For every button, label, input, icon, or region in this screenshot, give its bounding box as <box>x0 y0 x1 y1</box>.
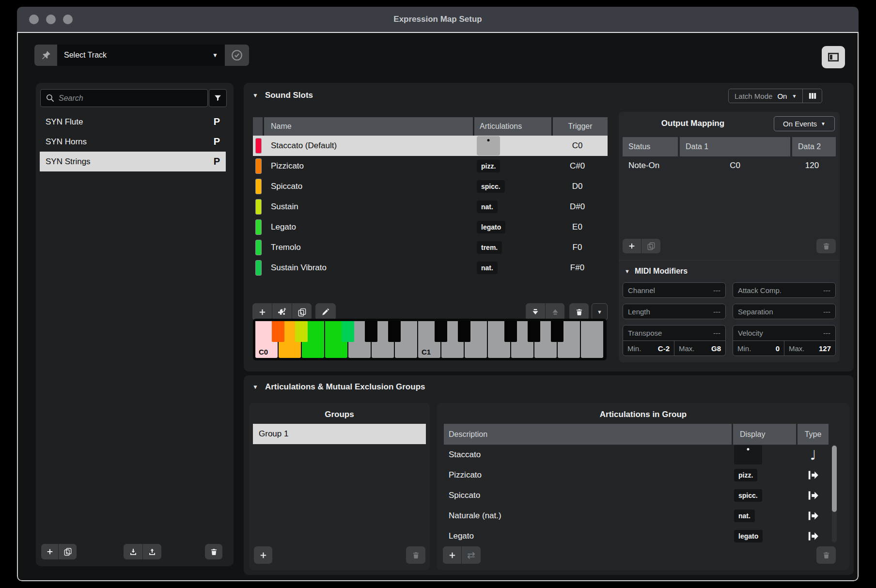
status-column-header: Status <box>623 137 678 156</box>
display-column-header: Display <box>733 424 796 445</box>
group-row-group1[interactable]: Group 1 <box>253 424 426 444</box>
output-mode-dropdown[interactable]: On Events ▼ <box>774 116 835 131</box>
channel-field[interactable]: Channel --- <box>623 282 726 298</box>
zoom-button[interactable] <box>63 15 73 24</box>
map-name: SYN Strings <box>46 157 91 167</box>
delete-articulation-button[interactable] <box>816 546 836 564</box>
sound-slot-row-pizzicato[interactable]: Pizzicato pizz. C#0 <box>253 156 608 176</box>
articulation-row-pizzicato[interactable]: Pizzicato pizz. <box>444 465 829 485</box>
articulation-badge: nat. <box>477 201 498 213</box>
velocity-min-field[interactable]: Min. 0 <box>733 341 784 356</box>
sound-slot-row-staccato[interactable]: Staccato (Default) C0 <box>253 136 608 156</box>
velocity-label: Velocity <box>738 329 763 337</box>
length-field[interactable]: Length --- <box>623 304 726 319</box>
slot-name: Sustain Vibrato <box>264 263 473 273</box>
delete-slot-button[interactable] <box>569 303 589 321</box>
piano-black-key[interactable] <box>458 321 470 342</box>
sound-slot-row-legato[interactable]: Legato legato E0 <box>253 217 608 237</box>
separation-field[interactable]: Separation --- <box>733 304 836 319</box>
output-mapping-title: Output Mapping <box>619 119 767 128</box>
piano-black-key[interactable] <box>272 321 284 342</box>
sound-slot-row-sustain[interactable]: Sustain nat. D#0 <box>253 197 608 217</box>
toggle-left-zone-button[interactable] <box>822 46 845 68</box>
edit-slot-button[interactable] <box>315 303 336 321</box>
piano-black-key[interactable] <box>295 321 308 342</box>
piano-black-key[interactable] <box>528 321 540 342</box>
sound-slots-section: ▼ Sound Slots Latch Mode On ▼ Name <box>244 83 854 371</box>
piano-black-key[interactable] <box>388 321 401 342</box>
attack-comp-field[interactable]: Attack Comp. --- <box>733 282 836 298</box>
pin-button[interactable] <box>34 45 57 66</box>
transpose-max-field[interactable]: Max. G8 <box>674 341 725 356</box>
close-button[interactable] <box>29 15 39 24</box>
type-column-header: Type <box>798 424 829 445</box>
sound-slots-header[interactable]: ▼ Sound Slots <box>252 91 313 100</box>
sidebar-item-syn-strings[interactable]: SYN Strings P <box>40 152 226 171</box>
articulation-description: Naturale (nat.) <box>444 511 733 521</box>
delete-map-button[interactable] <box>205 544 222 559</box>
output-event-row[interactable]: Note-On C0 120 <box>623 156 836 175</box>
sidebar-item-syn-horns[interactable]: SYN Horns P <box>40 132 226 152</box>
slot-options-dropdown[interactable]: ▼ <box>592 303 608 321</box>
duplicate-output-event-button[interactable] <box>641 239 660 253</box>
duplicate-map-button[interactable] <box>58 544 77 559</box>
trigger-keyboard: C0C1 <box>253 319 607 360</box>
articulation-row-legato[interactable]: Legato legato <box>444 526 829 546</box>
piano-black-key[interactable] <box>551 321 563 342</box>
add-articulation-slot-button[interactable] <box>272 303 292 321</box>
import-map-button[interactable] <box>124 544 142 559</box>
minimize-button[interactable] <box>46 15 56 24</box>
piano-black-key[interactable] <box>365 321 377 342</box>
arrow-down-icon <box>531 308 540 316</box>
expression-map-window: Expression Map Setup Select Track ▼ <box>17 7 859 581</box>
add-map-button[interactable] <box>41 544 58 559</box>
articulation-row-naturale[interactable]: Naturale (nat.) nat. <box>444 506 829 526</box>
select-track-dropdown[interactable]: Select Track ▼ <box>57 45 225 66</box>
sidebar-item-syn-flute[interactable]: SYN Flute P <box>40 112 226 132</box>
export-map-button[interactable] <box>142 544 161 559</box>
piano-black-key[interactable] <box>504 321 517 342</box>
add-slot-button[interactable] <box>252 303 272 321</box>
slot-color-chip <box>255 260 262 276</box>
velocity-max-field[interactable]: Max. 127 <box>784 341 835 356</box>
add-group-button[interactable] <box>254 546 272 564</box>
filter-button[interactable] <box>209 89 227 107</box>
track-toolbar: Select Track ▼ <box>34 45 249 66</box>
sound-slots-table: Name Articulations Trigger Staccato (Def… <box>253 117 608 278</box>
data1-column-header: Data 1 <box>680 137 790 156</box>
add-articulation-button[interactable] <box>443 546 461 564</box>
search-input[interactable] <box>59 94 203 103</box>
duplicate-slot-button[interactable] <box>292 303 312 321</box>
midi-modifiers-header[interactable]: ▼ MIDI Modifiers <box>625 267 688 276</box>
add-output-event-button[interactable] <box>623 239 641 253</box>
transpose-min-field[interactable]: Min. C-2 <box>623 341 674 356</box>
delete-output-event-button[interactable] <box>816 239 836 253</box>
event-data2: 120 <box>790 161 834 170</box>
articulation-row-spiccato[interactable]: Spiccato spicc. <box>444 485 829 506</box>
swap-articulation-button[interactable]: ⇄ <box>461 546 481 564</box>
articulations-scrollbar[interactable] <box>832 445 837 542</box>
remote-keys-button[interactable] <box>802 89 822 103</box>
piano-white-key[interactable] <box>581 321 603 358</box>
move-slot-up-button[interactable] <box>545 303 564 321</box>
articulations-groups-header[interactable]: ▼ Articulations & Mutual Exclusion Group… <box>252 382 425 392</box>
delete-group-button[interactable] <box>406 546 425 564</box>
sound-slot-row-spiccato[interactable]: Spiccato spicc. D0 <box>253 176 608 197</box>
transpose-field[interactable]: Transpose --- <box>623 325 725 340</box>
output-mode-value: On Events <box>783 120 817 128</box>
slot-color-chip <box>255 158 262 174</box>
slot-trigger: D0 <box>550 182 605 191</box>
piano-black-key[interactable] <box>342 321 354 342</box>
scrollbar-thumb[interactable] <box>832 446 837 512</box>
chevron-down-icon: ▼ <box>792 93 797 99</box>
velocity-field[interactable]: Velocity --- <box>733 325 835 340</box>
latch-mode-dropdown[interactable]: Latch Mode On ▼ <box>729 89 802 103</box>
confirm-track-button[interactable] <box>225 45 249 66</box>
articulation-row-staccato[interactable]: Staccato ♩ <box>444 445 829 465</box>
piano-black-key[interactable] <box>435 321 447 342</box>
move-slot-down-button[interactable] <box>526 303 545 321</box>
search-box[interactable] <box>40 89 208 107</box>
sound-slot-row-tremolo[interactable]: Tremolo trem. F0 <box>253 237 608 258</box>
sound-slot-row-sustain-vibrato[interactable]: Sustain Vibrato nat. F#0 <box>253 258 608 278</box>
search-icon <box>46 93 55 103</box>
